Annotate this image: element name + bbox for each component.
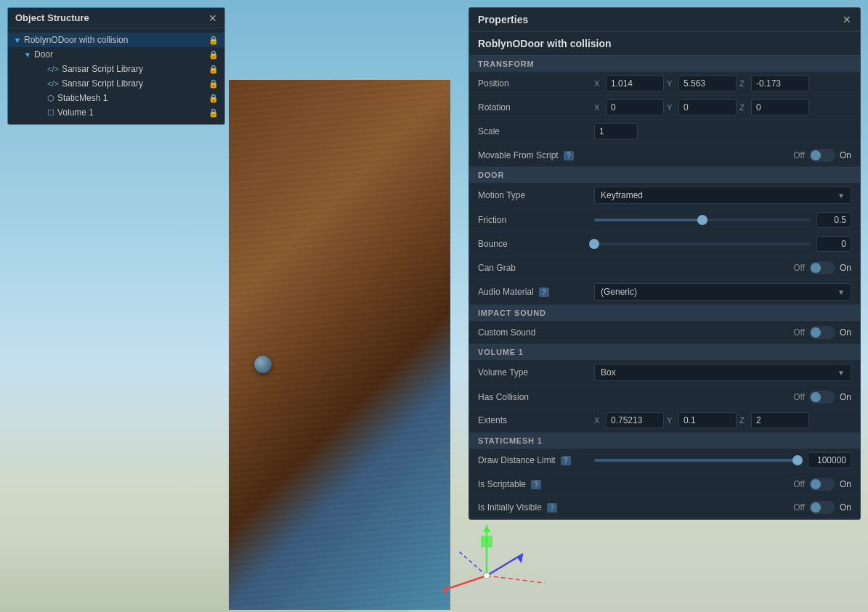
draw-distance-help[interactable]: ? xyxy=(561,456,571,465)
rotation-y-input[interactable] xyxy=(678,99,737,115)
volume-type-label: Volume Type xyxy=(478,367,594,378)
draw-distance-value-input[interactable] xyxy=(808,452,851,468)
motion-type-dropdown[interactable]: Keyframed ▼ xyxy=(594,187,851,204)
audio-material-arrow: ▼ xyxy=(837,288,845,296)
custom-sound-knob xyxy=(811,327,821,338)
tree-item-script2[interactable]: </> Sansar Script Library 🔒 xyxy=(8,76,224,91)
object-structure-panel: Object Structure ✕ ▼ RoblynODoor with co… xyxy=(7,7,225,125)
script-icon-1: </> xyxy=(47,65,59,73)
movable-script-row: Movable From Script ? Off On xyxy=(469,144,860,167)
custom-sound-label: Custom Sound xyxy=(478,327,594,338)
is-scriptable-row: Is Scriptable ? Off On xyxy=(469,473,860,496)
draw-distance-slider-track[interactable] xyxy=(594,459,802,462)
position-x-input[interactable] xyxy=(606,76,664,91)
has-collision-toggle[interactable] xyxy=(809,391,835,404)
motion-type-arrow: ▼ xyxy=(837,192,845,200)
position-row: Position X Y Z xyxy=(469,72,860,96)
tree-label-script2: Sansar Script Library xyxy=(62,78,208,89)
extents-z-input[interactable] xyxy=(751,412,809,428)
is-initially-visible-knob xyxy=(811,502,821,513)
svg-rect-9 xyxy=(481,536,492,547)
tree-lock-volume: 🔒 xyxy=(208,108,219,118)
is-initially-visible-help[interactable]: ? xyxy=(547,503,557,513)
position-y-label: Y xyxy=(667,79,676,88)
friction-value-input[interactable] xyxy=(816,212,851,228)
rotation-z-label: Z xyxy=(739,103,748,112)
rotation-x-input[interactable] xyxy=(606,99,664,115)
friction-slider-track[interactable] xyxy=(594,219,811,221)
draw-distance-slider-fill xyxy=(594,459,798,462)
svg-line-5 xyxy=(487,554,523,576)
has-collision-on-label: On xyxy=(840,392,851,402)
can-grab-toggle[interactable] xyxy=(809,261,835,274)
has-collision-label: Has Collision xyxy=(478,392,594,402)
tree-item-staticmesh[interactable]: ⬡ StaticMesh 1 🔒 xyxy=(8,91,224,105)
tree-item-volume[interactable]: ☐ Volume 1 🔒 xyxy=(8,105,224,120)
movable-script-help[interactable]: ? xyxy=(564,151,574,160)
tree-label-staticmesh: StaticMesh 1 xyxy=(57,93,208,103)
friction-slider-fill xyxy=(594,219,702,221)
movable-script-off-label: Off xyxy=(793,150,805,160)
draw-distance-slider-thumb[interactable] xyxy=(792,455,803,465)
svg-line-0 xyxy=(443,576,487,590)
tree-label-volume: Volume 1 xyxy=(57,107,208,118)
audio-material-dropdown[interactable]: (Generic) ▼ xyxy=(594,283,851,301)
friction-slider-thumb[interactable] xyxy=(697,215,707,225)
tree-label-door: Door xyxy=(34,49,208,60)
extents-x-label: X xyxy=(594,416,603,425)
panel-title: Object Structure xyxy=(15,12,89,23)
can-grab-on-label: On xyxy=(840,263,851,273)
section-door: DOOR xyxy=(469,167,860,183)
can-grab-off-label: Off xyxy=(793,263,805,273)
custom-sound-on-label: On xyxy=(840,327,851,338)
draw-distance-slider-container xyxy=(594,452,851,468)
custom-sound-toggle[interactable] xyxy=(809,326,835,339)
is-initially-visible-toggle[interactable] xyxy=(809,501,835,514)
audio-material-help[interactable]: ? xyxy=(539,287,549,297)
has-collision-row: Has Collision Off On xyxy=(469,385,860,409)
tree-item-roblyn[interactable]: ▼ RoblynODoor with collision 🔒 xyxy=(8,33,224,47)
is-scriptable-toggle[interactable] xyxy=(809,478,835,491)
extents-z-label: Z xyxy=(739,416,748,425)
bounce-label: Bounce xyxy=(478,239,594,249)
properties-header: Properties ✕ xyxy=(469,8,860,32)
scale-input[interactable] xyxy=(594,123,638,139)
position-z-input[interactable] xyxy=(751,76,809,91)
tree-lock-staticmesh: 🔒 xyxy=(208,94,219,103)
volume-type-dropdown[interactable]: Box ▼ xyxy=(594,364,851,381)
draw-distance-row: Draw Distance Limit ? xyxy=(469,449,860,473)
position-xyz: X Y Z xyxy=(594,76,851,91)
position-y-input[interactable] xyxy=(678,76,737,91)
position-x-label: X xyxy=(594,79,603,88)
is-scriptable-on-label: On xyxy=(840,479,851,489)
friction-row: Friction xyxy=(469,208,860,232)
bounce-value-input[interactable] xyxy=(816,236,851,252)
panel-close-button[interactable]: ✕ xyxy=(208,13,217,23)
is-scriptable-toggle-group: Off On xyxy=(793,478,851,491)
tree-item-door[interactable]: ▼ Door 🔒 xyxy=(8,47,224,62)
bounce-slider-thumb[interactable] xyxy=(589,239,599,249)
bounce-slider-track[interactable] xyxy=(594,242,811,245)
transform-gizmo xyxy=(429,510,574,597)
rotation-x-label: X xyxy=(594,103,603,112)
rotation-xyz: X Y Z xyxy=(594,99,851,115)
bounce-row: Bounce xyxy=(469,232,860,256)
extents-y-input[interactable] xyxy=(678,412,737,428)
can-grab-row: Can Grab Off On xyxy=(469,256,860,280)
motion-type-label: Motion Type xyxy=(478,190,594,200)
movable-script-toggle[interactable] xyxy=(809,149,835,162)
rotation-z-input[interactable] xyxy=(751,99,809,115)
section-transform: TRANSFORM xyxy=(469,56,860,72)
position-z-label: Z xyxy=(739,79,748,88)
extents-label: Extents xyxy=(478,415,594,425)
tree-lock-door: 🔒 xyxy=(208,50,219,60)
extents-x-input[interactable] xyxy=(606,412,664,428)
draw-distance-label: Draw Distance Limit ? xyxy=(478,455,594,465)
extents-y-label: Y xyxy=(667,416,676,425)
is-scriptable-help[interactable]: ? xyxy=(531,480,541,489)
svg-line-2 xyxy=(487,576,545,583)
door-grain xyxy=(229,80,450,610)
rotation-y-label: Y xyxy=(667,103,676,112)
tree-item-script1[interactable]: </> Sansar Script Library 🔒 xyxy=(8,62,224,76)
properties-close-button[interactable]: ✕ xyxy=(843,14,851,25)
